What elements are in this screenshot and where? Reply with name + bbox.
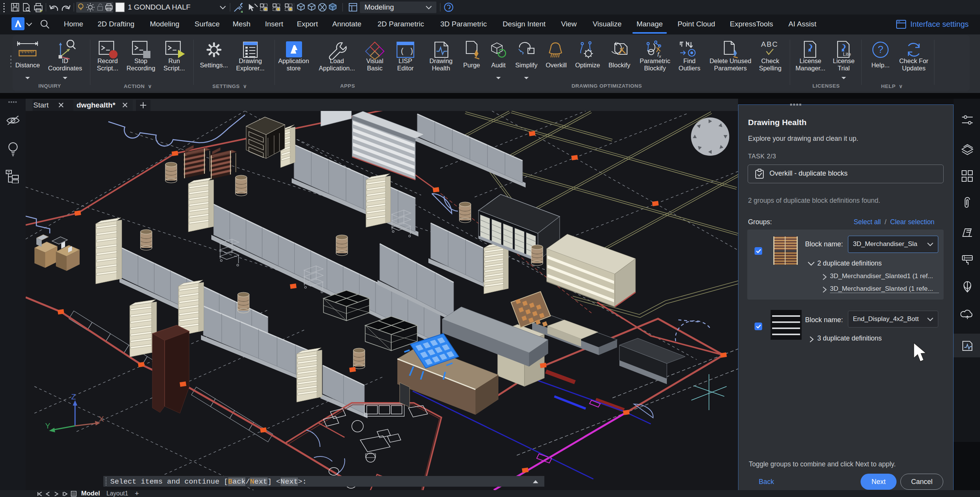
svg-text:?: ?: [878, 44, 883, 55]
svg-text:ABC: ABC: [761, 40, 778, 48]
svg-text:1 GONDOLA HALF: 1 GONDOLA HALF: [128, 3, 191, 11]
svg-text:X: X: [99, 415, 104, 423]
svg-text:Lite: Lite: [843, 51, 851, 57]
svg-text:Z: Z: [71, 393, 76, 401]
svg-text:Modeling: Modeling: [364, 3, 394, 11]
svg-text:( ): ( ): [400, 47, 414, 56]
svg-text:Y: Y: [45, 422, 50, 430]
